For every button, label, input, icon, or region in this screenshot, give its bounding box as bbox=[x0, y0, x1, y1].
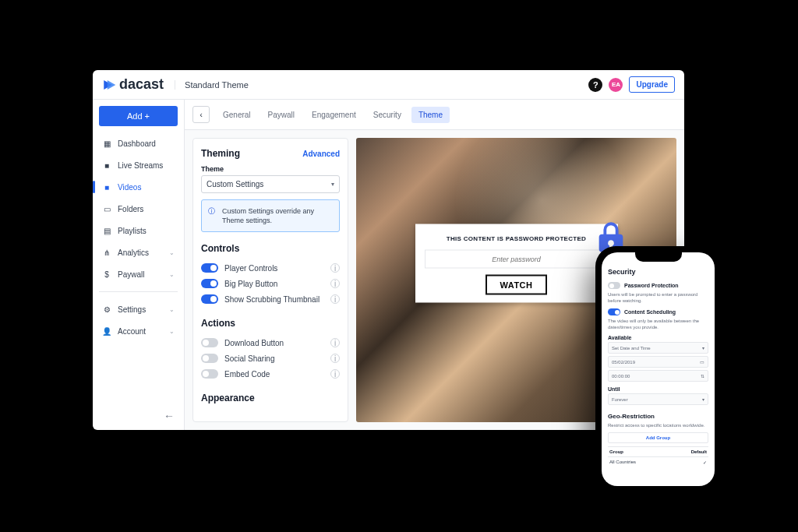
control-scrubbing-thumbnail: Show Scrubbing Thumbnail i bbox=[201, 291, 340, 307]
toggle-label: Social Sharing bbox=[224, 354, 324, 363]
row-group: All Countries bbox=[609, 460, 636, 465]
toggle-label: Big Play Button bbox=[224, 280, 324, 288]
big-play-button-toggle[interactable] bbox=[201, 279, 218, 288]
select-value: Set Date and Time bbox=[612, 346, 651, 351]
info-icon[interactable]: i bbox=[330, 338, 340, 347]
until-label: Until bbox=[608, 386, 708, 392]
chevron-down-icon: ▾ bbox=[702, 396, 704, 402]
theme-select[interactable]: Custom Settings ▾ bbox=[201, 175, 340, 193]
actions-heading: Actions bbox=[201, 318, 340, 329]
theme-info-text: Custom Settings override any Theme setti… bbox=[222, 206, 333, 225]
folder-icon: ▭ bbox=[102, 204, 111, 213]
scrubbing-thumbnail-toggle[interactable] bbox=[201, 294, 218, 304]
toggle-label: Embed Code bbox=[224, 370, 324, 379]
chevron-down-icon: ▾ bbox=[702, 345, 704, 351]
available-mode-select[interactable]: Set Date and Time▾ bbox=[608, 342, 708, 354]
chevron-down-icon: ⌄ bbox=[169, 306, 175, 313]
watch-button[interactable]: WATCH bbox=[486, 274, 546, 294]
playlist-icon: ▤ bbox=[102, 226, 111, 235]
theme-info-box: ⓘ Custom Settings override any Theme set… bbox=[201, 199, 340, 232]
sidebar-item-folders[interactable]: ▭ Folders bbox=[99, 199, 178, 218]
brand-logo[interactable]: dacast bbox=[102, 76, 164, 93]
chevron-down-icon: ⌄ bbox=[169, 271, 175, 278]
sidebar-item-label: Paywall bbox=[118, 270, 144, 279]
sidebar-item-live-streams[interactable]: ■ Live Streams bbox=[99, 156, 178, 174]
info-icon[interactable]: i bbox=[330, 294, 340, 304]
password-protection-toggle[interactable] bbox=[608, 282, 620, 289]
brand-text: dacast bbox=[119, 76, 164, 93]
dashboard-icon: ▦ bbox=[102, 139, 111, 148]
sidebar-item-label: Settings bbox=[118, 305, 146, 314]
sidebar-item-account[interactable]: 👤 Account ⌄ bbox=[99, 322, 178, 340]
content-scheduling-toggle[interactable] bbox=[608, 308, 620, 315]
scheduling-description: The video will only be available between… bbox=[608, 319, 708, 330]
sidebar-item-videos[interactable]: ■ Videos bbox=[99, 178, 178, 196]
sidebar-item-label: Dashboard bbox=[118, 139, 156, 148]
topbar: dacast Standard Theme ? EA Upgrade bbox=[93, 70, 684, 100]
add-group-button[interactable]: Add Group bbox=[608, 432, 708, 443]
stepper-icon: ⇅ bbox=[701, 373, 704, 379]
appearance-heading: Appearance bbox=[201, 393, 340, 403]
tab-engagement[interactable]: Engagement bbox=[305, 107, 363, 123]
chevron-down-icon: ▾ bbox=[331, 181, 334, 188]
overlay-title: THIS CONTENT IS PASSWORD PROTECTED bbox=[425, 234, 609, 241]
chevron-down-icon: ⌄ bbox=[169, 328, 175, 335]
paywall-icon: $ bbox=[102, 270, 111, 279]
collapse-sidebar-icon[interactable]: ← bbox=[161, 407, 178, 425]
phone-screen: Security Password Protection Users will … bbox=[602, 252, 715, 486]
action-download-button: Download Button i bbox=[201, 335, 340, 351]
sidebar-item-playlists[interactable]: ▤ Playlists bbox=[99, 221, 178, 240]
toggle-label: Password Protection bbox=[624, 283, 679, 288]
download-button-toggle[interactable] bbox=[201, 338, 218, 347]
sidebar-item-settings[interactable]: ⚙ Settings ⌄ bbox=[99, 300, 178, 319]
action-social-sharing: Social Sharing i bbox=[201, 351, 340, 366]
sidebar-item-dashboard[interactable]: ▦ Dashboard bbox=[99, 134, 178, 153]
available-label: Available bbox=[608, 335, 708, 340]
embed-code-toggle[interactable] bbox=[201, 369, 218, 379]
info-icon[interactable]: i bbox=[330, 369, 340, 379]
player-controls-toggle[interactable] bbox=[201, 263, 218, 273]
help-icon[interactable]: ? bbox=[588, 78, 602, 92]
phone-mockup: Security Password Protection Users will … bbox=[595, 246, 721, 492]
tab-paywall[interactable]: Paywall bbox=[261, 107, 302, 123]
settings-panel: Theming Advanced Theme Custom Settings ▾… bbox=[192, 138, 348, 422]
until-select[interactable]: Forever▾ bbox=[608, 393, 708, 405]
sidebar-item-label: Folders bbox=[118, 205, 143, 213]
social-sharing-toggle[interactable] bbox=[201, 354, 218, 363]
theme-field-label: Theme bbox=[201, 165, 340, 173]
back-button[interactable]: ‹ bbox=[192, 106, 210, 123]
available-date-input[interactable]: 05/02/2019▭ bbox=[608, 356, 708, 368]
toggle-label: Show Scrubbing Thumbnail bbox=[224, 295, 324, 304]
password-overlay: THIS CONTENT IS PASSWORD PROTECTED WATCH bbox=[415, 224, 618, 302]
info-icon[interactable]: i bbox=[330, 354, 340, 363]
info-icon[interactable]: i bbox=[330, 279, 340, 288]
password-input[interactable] bbox=[425, 249, 609, 268]
gear-icon: ⚙ bbox=[102, 305, 111, 314]
controls-heading: Controls bbox=[201, 243, 340, 254]
sidebar: Add + ▦ Dashboard ■ Live Streams ■ Video… bbox=[93, 100, 185, 430]
info-icon[interactable]: i bbox=[330, 263, 340, 273]
tab-security[interactable]: Security bbox=[366, 107, 408, 123]
available-time-input[interactable]: 00:00:00⇅ bbox=[608, 370, 708, 382]
breadcrumb: Standard Theme bbox=[175, 80, 249, 90]
video-icon: ■ bbox=[102, 182, 111, 192]
geo-table-header: Group Default bbox=[608, 446, 708, 457]
control-player-controls: Player Controls i bbox=[201, 260, 340, 276]
upgrade-button[interactable]: Upgrade bbox=[629, 76, 675, 93]
info-icon: ⓘ bbox=[208, 206, 217, 225]
sidebar-item-paywall[interactable]: $ Paywall ⌄ bbox=[99, 265, 178, 284]
theme-select-value: Custom Settings bbox=[207, 180, 263, 188]
avatar[interactable]: EA bbox=[609, 78, 623, 92]
tab-general[interactable]: General bbox=[216, 107, 258, 123]
sidebar-item-label: Playlists bbox=[118, 227, 147, 235]
calendar-icon: ▭ bbox=[700, 359, 704, 365]
control-big-play-button: Big Play Button i bbox=[201, 276, 340, 291]
analytics-icon: ⋔ bbox=[102, 248, 111, 257]
brand-logo-icon bbox=[102, 78, 116, 92]
add-button[interactable]: Add + bbox=[99, 106, 178, 126]
tab-theme[interactable]: Theme bbox=[411, 107, 450, 123]
geo-table-row[interactable]: All Countries ✓ bbox=[608, 457, 708, 467]
tabsbar: ‹ General Paywall Engagement Security Th… bbox=[185, 100, 684, 130]
sidebar-item-analytics[interactable]: ⋔ Analytics ⌄ bbox=[99, 243, 178, 262]
advanced-link[interactable]: Advanced bbox=[302, 150, 340, 158]
